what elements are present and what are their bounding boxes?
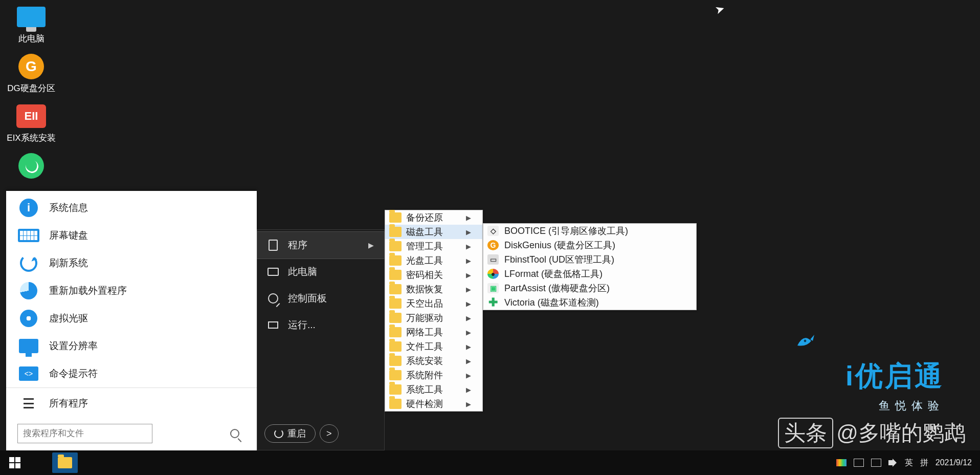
system-tray: 英 拼 2021/9/12: [836, 458, 980, 468]
monitor-icon: [16, 4, 47, 30]
brand-logo: i优启通 鱼悦体验: [845, 324, 944, 414]
start-item-cmd[interactable]: <> 命令提示符: [6, 360, 257, 387]
submenu-item[interactable]: 磁盘工具▶: [385, 225, 482, 239]
desktop-icon-eix[interactable]: EII EIX系统安装: [3, 103, 59, 144]
monitor-icon: [268, 266, 279, 277]
desktop-icon-green[interactable]: [3, 153, 59, 182]
side-item-label: 运行...: [288, 318, 316, 332]
start-search-row: [6, 419, 257, 450]
start-item-label: 重新加载外置程序: [49, 284, 127, 297]
submenu-item-label: 系统工具: [406, 383, 443, 396]
start-side-menu: 程序 ▶ 此电脑 控制面板 运行... 重启 >: [257, 229, 385, 450]
desktop-icon-label: EIX系统安装: [7, 132, 55, 144]
submenu-item-label: 磁盘工具: [406, 226, 443, 238]
chevron-right-icon: ▶: [466, 343, 471, 351]
restart-more-button[interactable]: >: [320, 424, 339, 443]
submenu-item[interactable]: 管理工具▶: [385, 239, 482, 253]
svg-point-0: [804, 340, 807, 342]
folder-icon: [389, 370, 402, 380]
folder-icon: [58, 457, 72, 468]
run-icon: [268, 319, 279, 331]
speaker-icon[interactable]: [888, 459, 898, 467]
submenu-item-label: 光盘工具: [406, 254, 443, 267]
chevron-right-icon: ▶: [466, 314, 471, 322]
submenu-item[interactable]: 文件工具▶: [385, 339, 482, 354]
start-item-sysinfo[interactable]: i 系统信息: [6, 194, 257, 222]
submenu-item[interactable]: 数据恢复▶: [385, 282, 482, 296]
app-icon: ✚: [487, 297, 499, 308]
folder-icon: [389, 341, 402, 352]
start-item-label: 命令提示符: [49, 367, 98, 380]
keyboard-icon: [17, 226, 40, 245]
side-item-control-panel[interactable]: 控制面板: [257, 285, 384, 312]
app-item[interactable]: ✚Victoria (磁盘坏道检测): [483, 295, 696, 310]
chevron-right-icon: ▶: [466, 243, 471, 250]
info-icon: i: [17, 199, 40, 217]
app-icon: ◇: [487, 226, 499, 236]
side-item-run[interactable]: 运行...: [257, 312, 384, 338]
start-button[interactable]: [0, 450, 30, 475]
color-tray-icon[interactable]: [836, 459, 847, 466]
list-icon: [17, 394, 40, 413]
submenu-item[interactable]: 光盘工具▶: [385, 253, 482, 268]
submenu-item[interactable]: 天空出品▶: [385, 296, 482, 311]
start-item-refresh[interactable]: 刷新系统: [6, 249, 257, 277]
start-item-osk[interactable]: 屏幕键盘: [6, 222, 257, 249]
tray-icon[interactable]: [854, 459, 864, 467]
side-item-this-pc[interactable]: 此电脑: [257, 258, 384, 285]
tray-icon[interactable]: [871, 459, 881, 467]
watermark: 头条@多嘴的鹦鹉: [778, 418, 966, 448]
restart-label: 重启: [287, 427, 306, 440]
submenu-item[interactable]: 备份还原▶: [385, 210, 482, 225]
start-all-programs[interactable]: 所有程序: [6, 387, 257, 419]
folder-icon: [389, 356, 402, 366]
taskbar-explorer[interactable]: [52, 452, 78, 473]
chevron-right-icon: ▶: [466, 257, 471, 265]
submenu-item[interactable]: 万能驱动▶: [385, 311, 482, 325]
restart-button[interactable]: 重启: [264, 424, 316, 443]
start-item-vcd[interactable]: 虚拟光驱: [6, 305, 257, 332]
search-icon[interactable]: [230, 429, 239, 438]
submenu-item[interactable]: 系统安装▶: [385, 354, 482, 368]
ime-mode[interactable]: 拼: [920, 458, 928, 468]
submenu-item-label: 系统附件: [406, 369, 443, 381]
start-item-resolution[interactable]: 设置分辨率: [6, 332, 257, 360]
side-item-programs[interactable]: 程序 ▶: [257, 232, 384, 258]
app-icon: G: [487, 240, 499, 250]
chevron-right-icon: ▶: [466, 372, 471, 379]
ime-indicator[interactable]: 英: [905, 458, 913, 468]
folder-icon: [389, 384, 402, 395]
start-menu-items: i 系统信息 屏幕键盘 刷新系统 重新加载外置程序 虚拟光驱 设置分辨率 <> …: [6, 191, 257, 387]
monitor-icon: [17, 337, 40, 355]
chevron-right-icon: ▶: [466, 329, 471, 336]
submenu-item-label: 文件工具: [406, 340, 443, 353]
submenu-item-label: 系统安装: [406, 355, 443, 367]
green-circle-icon: [16, 153, 47, 179]
folder-icon: [389, 327, 402, 337]
submenu-item-label: 硬件检测: [406, 398, 443, 410]
start-item-label: 虚拟光驱: [49, 312, 88, 325]
folder-icon: [389, 270, 402, 280]
tray-date[interactable]: 2021/9/12: [936, 458, 972, 467]
desktop-icon-this-pc[interactable]: 此电脑: [3, 4, 59, 45]
submenu-item[interactable]: 密码相关▶: [385, 268, 482, 282]
app-item[interactable]: ●LFormat (硬盘低格工具): [483, 267, 696, 281]
app-item[interactable]: ▣PartAssist (傲梅硬盘分区): [483, 281, 696, 295]
all-programs-label: 所有程序: [49, 397, 88, 410]
submenu-item[interactable]: 硬件检测▶: [385, 397, 482, 411]
submenu-item[interactable]: 网络工具▶: [385, 325, 482, 339]
app-item[interactable]: ▭FbinstTool (UD区管理工具): [483, 252, 696, 267]
start-item-label: 系统信息: [49, 201, 88, 214]
app-item[interactable]: ◇BOOTICE (引导扇区修改工具): [483, 224, 696, 238]
search-input[interactable]: [17, 424, 152, 443]
desktop-icon-dg[interactable]: G DG硬盘分区: [3, 54, 59, 94]
watermark-text: @多嘴的鹦鹉: [836, 421, 966, 445]
app-icon: ●: [487, 269, 499, 279]
app-item-label: DiskGenius (硬盘分区工具): [504, 239, 615, 251]
app-item[interactable]: GDiskGenius (硬盘分区工具): [483, 238, 696, 252]
submenu-item[interactable]: 系统附件▶: [385, 368, 482, 382]
disc-icon: [17, 309, 40, 328]
taskbar: 英 拼 2021/9/12: [0, 450, 980, 475]
submenu-item[interactable]: 系统工具▶: [385, 382, 482, 397]
start-item-reload[interactable]: 重新加载外置程序: [6, 277, 257, 305]
